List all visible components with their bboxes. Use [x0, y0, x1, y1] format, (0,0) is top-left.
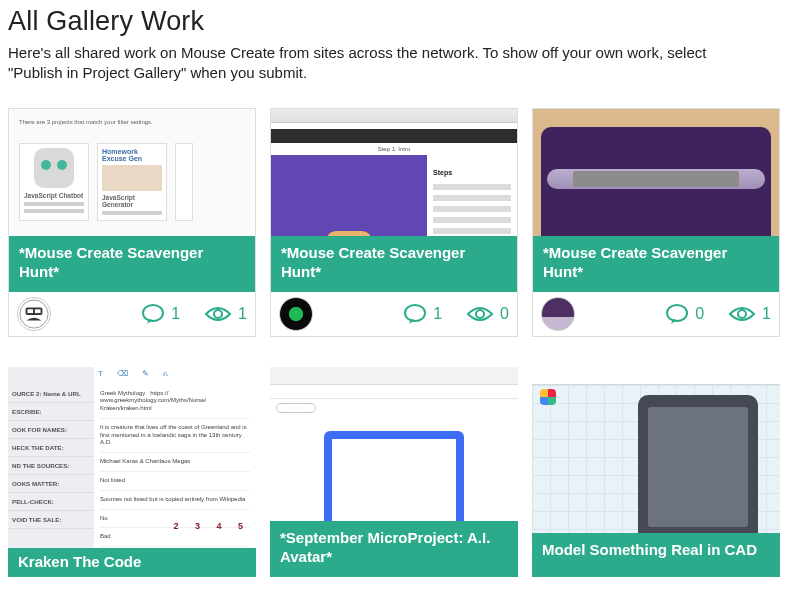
views-metric[interactable]: 1 [204, 304, 247, 324]
svg-rect-2 [27, 309, 33, 313]
card-title: *September MicroProject: A.I. Avatar* [280, 529, 508, 567]
comment-icon [141, 304, 165, 324]
card-title: *Mouse Create Scavenger Hunt* [281, 244, 507, 282]
card-title: *Mouse Create Scavenger Hunt* [19, 244, 245, 282]
svg-rect-3 [35, 309, 41, 313]
gallery-card[interactable]: There are 3 projects that match your fil… [8, 108, 256, 337]
svg-point-6 [405, 305, 425, 321]
avatar[interactable] [17, 297, 51, 331]
comments-metric[interactable]: 1 [403, 304, 442, 324]
views-count: 1 [238, 305, 247, 323]
card-title-band: *Mouse Create Scavenger Hunt* [533, 236, 779, 292]
comments-count: 1 [433, 305, 442, 323]
views-metric[interactable]: 1 [728, 304, 771, 324]
comments-count: 0 [695, 305, 704, 323]
card-stats-bar: 0 1 [533, 292, 779, 336]
eye-icon [728, 304, 756, 324]
card-title: Kraken The Code [18, 553, 141, 572]
avatar[interactable] [279, 297, 313, 331]
comment-icon [403, 304, 427, 324]
card-title-band: *Mouse Create Scavenger Hunt* [271, 236, 517, 292]
svg-point-4 [143, 305, 163, 321]
eye-icon [204, 304, 232, 324]
svg-point-9 [738, 310, 746, 318]
card-title: Model Something Real in CAD [542, 541, 757, 560]
comments-metric[interactable]: 0 [665, 304, 704, 324]
gallery-card[interactable]: T ⌫ ✎ ⎌ OURCE 2: Name & URL ESCRIBE: OOK… [8, 367, 256, 577]
gallery-grid: There are 3 projects that match your fil… [8, 108, 782, 577]
comment-icon [665, 304, 689, 324]
svg-point-7 [476, 310, 484, 318]
views-count: 1 [762, 305, 771, 323]
card-title-band: Kraken The Code [8, 548, 256, 577]
views-count: 0 [500, 305, 509, 323]
card-thumbnail: *September MicroProject: A.I. Avatar* [270, 367, 518, 577]
card-title-band: *September MicroProject: A.I. Avatar* [270, 521, 518, 577]
svg-point-8 [667, 305, 687, 321]
card-thumbnail: *Mouse Create Scavenger Hunt* [533, 109, 779, 292]
eye-icon [466, 304, 494, 324]
page-title: All Gallery Work [8, 6, 782, 37]
gallery-card[interactable]: Step 1: Intro Steps *Mouse Create Scaven… [270, 108, 518, 337]
gallery-card[interactable]: Model Something Real in CAD [532, 367, 780, 577]
card-title-band: Model Something Real in CAD [532, 533, 780, 577]
views-metric[interactable]: 0 [466, 304, 509, 324]
card-stats-bar: 1 0 [271, 292, 517, 336]
card-stats-bar: 1 1 [9, 292, 255, 336]
card-thumbnail: T ⌫ ✎ ⎌ OURCE 2: Name & URL ESCRIBE: OOK… [8, 367, 256, 577]
gallery-card[interactable]: *Mouse Create Scavenger Hunt* 0 1 [532, 108, 780, 337]
card-thumbnail: There are 3 projects that match your fil… [9, 109, 255, 292]
card-title-band: *Mouse Create Scavenger Hunt* [9, 236, 255, 292]
card-thumbnail: Model Something Real in CAD [532, 367, 780, 577]
card-title: *Mouse Create Scavenger Hunt* [543, 244, 769, 282]
comments-count: 1 [171, 305, 180, 323]
svg-point-5 [214, 310, 222, 318]
avatar[interactable] [541, 297, 575, 331]
card-thumbnail: Step 1: Intro Steps *Mouse Create Scaven… [271, 109, 517, 292]
comments-metric[interactable]: 1 [141, 304, 180, 324]
gallery-card[interactable]: *September MicroProject: A.I. Avatar* [270, 367, 518, 577]
page-description: Here's all shared work on Mouse Create f… [8, 43, 708, 84]
